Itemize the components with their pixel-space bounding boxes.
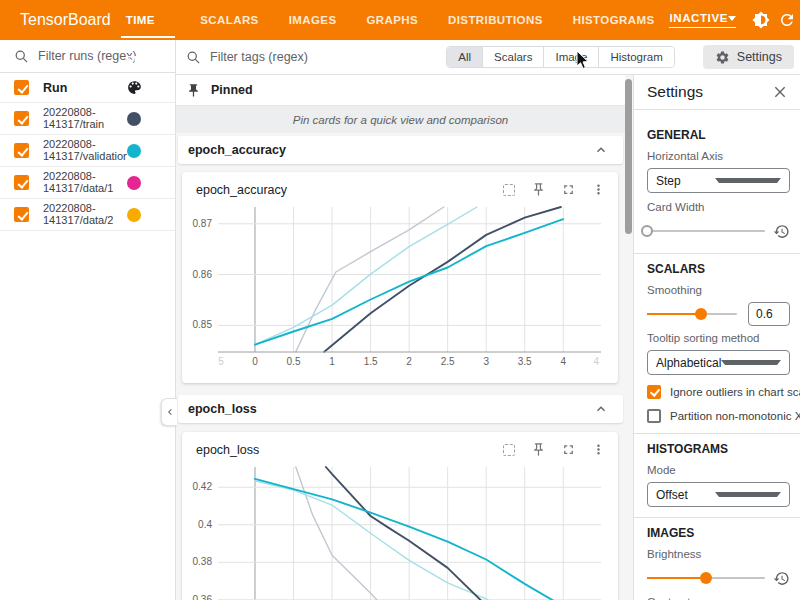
run-row-validation[interactable]: 20220808-141317/validation	[0, 135, 175, 167]
app-logo: TensorBoard	[20, 11, 111, 29]
run-row-data2[interactable]: 20220808-141317/data/2	[0, 199, 175, 231]
svg-text:0.38: 0.38	[193, 556, 213, 567]
section-epoch-accuracy[interactable]: epoch_accuracy	[178, 136, 623, 164]
kebab-menu-icon[interactable]	[591, 182, 606, 197]
svg-text:1: 1	[329, 356, 335, 367]
tab-graphs[interactable]: GRAPHS	[351, 0, 433, 40]
svg-text:2.5: 2.5	[441, 356, 455, 367]
close-icon[interactable]	[772, 84, 788, 100]
run-row-data1[interactable]: 20220808-141317/data/1	[0, 167, 175, 199]
chevron-down-icon	[715, 178, 782, 183]
scalars-heading: SCALARS	[647, 262, 790, 276]
tensorboard-app: TensorBoard TIME SERIES SCALARS IMAGES G…	[0, 0, 800, 600]
svg-text:5: 5	[218, 356, 224, 367]
svg-text:0.87: 0.87	[193, 218, 213, 229]
chevron-up-icon[interactable]	[593, 142, 609, 158]
settings-button[interactable]: Settings	[703, 45, 794, 69]
chevron-down-icon	[715, 492, 782, 497]
reset-icon[interactable]	[773, 570, 790, 587]
smoothing-slider[interactable]	[647, 313, 737, 315]
smoothing-value-input[interactable]: 0.6	[748, 302, 790, 326]
svg-text:4: 4	[594, 356, 600, 367]
tooltip-sort-label: Tooltip sorting method	[647, 332, 790, 344]
reset-icon[interactable]	[773, 223, 790, 240]
svg-text:0.86: 0.86	[193, 269, 213, 280]
run-color-dot	[127, 112, 141, 126]
svg-text:2: 2	[406, 356, 412, 367]
search-icon	[186, 50, 201, 65]
run-checkbox[interactable]	[14, 143, 29, 158]
pin-card-icon[interactable]	[531, 442, 546, 457]
fit-domain-icon[interactable]	[501, 182, 516, 197]
pin-card-icon[interactable]	[531, 182, 546, 197]
tab-histograms[interactable]: HISTOGRAMS	[558, 0, 670, 40]
tab-time-series[interactable]: TIME SERIES	[111, 0, 186, 40]
histogram-mode-select[interactable]: Offset	[647, 482, 790, 507]
card-epoch-loss: epoch_loss 0.360.380.40.42	[182, 432, 618, 600]
slider-thumb[interactable]	[700, 572, 712, 584]
app-header: TensorBoard TIME SERIES SCALARS IMAGES G…	[0, 0, 800, 40]
tooltip-sort-select[interactable]: Alphabetical	[647, 350, 790, 375]
pin-icon	[186, 83, 201, 98]
reload-status-select[interactable]: INACTIVE	[669, 12, 735, 28]
runs-column-label: Run	[43, 81, 126, 95]
slider-thumb[interactable]	[641, 225, 653, 237]
chevron-down-icon	[721, 360, 781, 365]
run-color-dot	[127, 144, 141, 158]
svg-text:3: 3	[483, 356, 489, 367]
brightness-slider[interactable]	[647, 577, 765, 579]
run-checkbox[interactable]	[14, 175, 29, 190]
ignore-outliers-checkbox[interactable]	[647, 385, 661, 399]
fit-domain-icon[interactable]	[501, 442, 516, 457]
run-checkbox[interactable]	[14, 207, 29, 222]
horizontal-axis-label: Horizontal Axis	[647, 150, 790, 162]
vertical-scrollbar[interactable]	[625, 79, 632, 234]
contrast-label: Contrast	[647, 596, 790, 600]
run-checkbox[interactable]	[14, 111, 29, 126]
tab-images[interactable]: IMAGES	[274, 0, 352, 40]
ignore-outliers-row[interactable]: Ignore outliers in chart scaling	[647, 385, 790, 399]
svg-text:0.42: 0.42	[193, 481, 213, 492]
chip-all[interactable]: All	[447, 47, 483, 67]
tab-distributions[interactable]: DISTRIBUTIONS	[433, 0, 558, 40]
partition-x-axis-row[interactable]: Partition non-monotonic X axis ?	[647, 409, 790, 423]
histograms-heading: HISTOGRAMS	[647, 442, 790, 456]
card-title: epoch_loss	[196, 443, 259, 457]
tab-scalars[interactable]: SCALARS	[185, 0, 273, 40]
fullscreen-icon[interactable]	[561, 182, 576, 197]
slider-thumb[interactable]	[695, 308, 707, 320]
epoch-loss-chart[interactable]: 0.360.380.40.42	[182, 465, 618, 600]
chevron-up-icon[interactable]	[593, 401, 609, 417]
kebab-menu-icon[interactable]	[591, 442, 606, 457]
histogram-mode-label: Mode	[647, 464, 790, 476]
main-nav: TIME SERIES SCALARS IMAGES GRAPHS DISTRI…	[111, 0, 670, 40]
card-title: epoch_accuracy	[196, 183, 287, 197]
select-all-runs-checkbox[interactable]	[14, 80, 29, 95]
sidebar-collapse-handle[interactable]	[161, 398, 177, 426]
partition-x-axis-checkbox[interactable]	[647, 409, 661, 423]
horizontal-axis-select[interactable]: Step	[647, 168, 790, 193]
tags-filter-input[interactable]	[210, 50, 410, 64]
card-epoch-accuracy: epoch_accuracy 0.850.860.8700.511.522.53…	[182, 172, 618, 383]
chip-histogram[interactable]: Histogram	[599, 47, 673, 67]
settings-panel: Settings GENERAL Horizontal Axis Step Ca…	[633, 75, 800, 600]
chip-image[interactable]: Image	[544, 47, 599, 67]
svg-text:1.5: 1.5	[364, 356, 378, 367]
epoch-accuracy-chart[interactable]: 0.850.860.8700.511.522.533.5454	[182, 205, 618, 377]
fullscreen-icon[interactable]	[561, 442, 576, 457]
chevron-down-icon	[728, 16, 736, 21]
svg-text:0: 0	[252, 356, 258, 367]
refresh-icon[interactable]	[778, 11, 796, 29]
palette-icon[interactable]	[126, 79, 143, 96]
smoothing-label: Smoothing	[647, 284, 790, 296]
section-epoch-loss[interactable]: epoch_loss	[178, 395, 623, 423]
chevron-left-icon	[164, 406, 176, 418]
general-heading: GENERAL	[647, 128, 790, 142]
brightness-toggle-icon[interactable]	[752, 11, 770, 29]
run-row-train[interactable]: 20220808-141317/train	[0, 103, 175, 135]
chip-scalars[interactable]: Scalars	[483, 47, 544, 67]
settings-panel-title: Settings	[647, 83, 772, 101]
svg-text:3.5: 3.5	[518, 356, 532, 367]
card-width-slider[interactable]	[647, 230, 765, 232]
svg-text:0.85: 0.85	[193, 319, 213, 330]
